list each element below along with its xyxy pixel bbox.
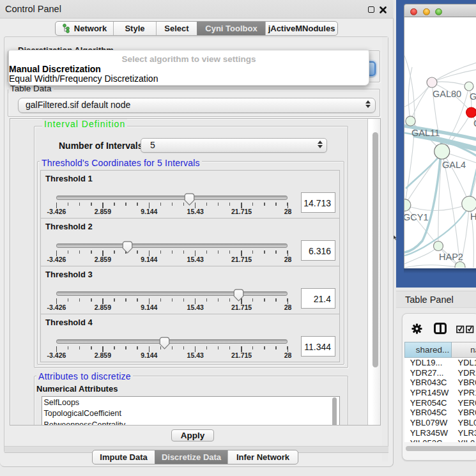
svg-text:C: C [473, 118, 476, 128]
svg-text:HAP2: HAP2 [439, 252, 463, 262]
svg-text:H: H [470, 211, 476, 222]
svg-text:GA: GA [470, 91, 476, 102]
svg-text:GAL4: GAL4 [442, 160, 466, 170]
svg-text:GAL80: GAL80 [433, 89, 461, 99]
svg-text:GCY1: GCY1 [404, 212, 429, 222]
svg-text:GAL11: GAL11 [411, 128, 440, 138]
